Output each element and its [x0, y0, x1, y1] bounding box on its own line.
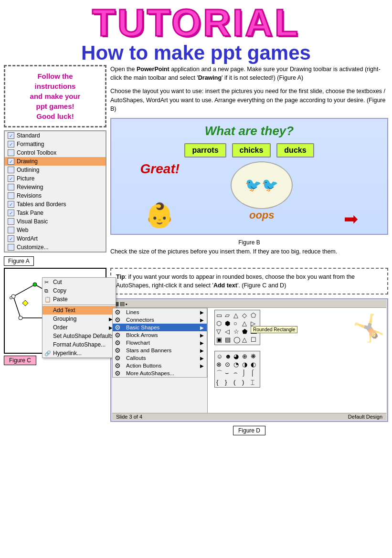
- toolbar-item-tablesandborders[interactable]: Tables and Borders: [5, 200, 106, 209]
- ctx-label: Format AutoShape...: [53, 341, 106, 348]
- ctx-label: Paste: [53, 296, 68, 303]
- submenu-icon: ⚙: [115, 324, 121, 331]
- submenu-label: Lines: [126, 309, 139, 315]
- toolbar-item-label: Revisions: [17, 192, 42, 199]
- submenu-icon: ⚙: [115, 339, 121, 347]
- toolbar-item-label: Task Pane: [17, 210, 43, 216]
- status-slide: Slide 3 of 4: [116, 414, 142, 420]
- ctx-item-copy[interactable]: ⧉Copy: [42, 286, 116, 295]
- submenu-item-callouts[interactable]: ⚙Callouts▶: [113, 354, 207, 362]
- ctx-icon: ⧉: [44, 288, 48, 294]
- ctx-label: Hyperlink...: [53, 350, 82, 357]
- ctx-label: Set AutoShape Defaults: [53, 333, 114, 339]
- header: TUTORIAL How to make ppt games: [0, 0, 392, 65]
- toolbar-menu: StandardFormattingControl ToolboxDrawing…: [4, 130, 106, 253]
- toolbar-item-controltoolbox[interactable]: Control Toolbox: [5, 148, 106, 157]
- toolbar-item-label: Outlining: [17, 167, 39, 173]
- cartoon-figure: 🤸: [352, 313, 385, 344]
- submenu-item-flowchart[interactable]: ⚙Flowchart▶: [113, 339, 207, 347]
- submenu-label: Connectors: [126, 317, 154, 323]
- ctx-item-grouping[interactable]: Grouping▶: [42, 315, 116, 323]
- figure-b-label: Figure B: [110, 238, 388, 247]
- shapes-grid-2: ☺☻◕⊕❋ ⊗⊙◔◑◐ ⌒⌣⌢⌡⌠ {}()⌶: [214, 351, 260, 388]
- submenu-item-lines[interactable]: ⚙Lines▶: [113, 308, 207, 316]
- ctx-label: Order: [53, 324, 68, 331]
- figure-d-status: Slide 3 of 4 Default Design: [112, 413, 386, 420]
- submenu-label: Flowchart: [126, 340, 150, 346]
- first-row: Follow the instructions and make your pp…: [0, 65, 392, 266]
- figure-d-inner: ▦ ▤ ▪ ⚙Lines▶⚙Connectors▶⚙Basic Shapes▶⚙…: [112, 300, 386, 420]
- quiz-btn-ducks[interactable]: ducks: [276, 143, 314, 158]
- autoshape-demo: ✂Cut⧉Copy📋PasteAdd TextGrouping▶Order▶Se…: [4, 268, 106, 354]
- quiz-content: Great! 👶 🐦🐦 oops ➡: [117, 161, 381, 229]
- submenu-icon: ⚙: [115, 308, 121, 316]
- submenu-label: Basic Shapes: [126, 325, 159, 330]
- figure-d-right: ▭▱△◇⬠ ⬡⬢○△▷ ▽◁☆⬟▬ ▣▤◯△☐ Rounded Rectangl…: [208, 308, 386, 413]
- toolbar-item-label: Standard: [17, 132, 40, 139]
- svg-point-1: [33, 283, 37, 286]
- submenu-arrow-icon: ▶: [200, 340, 204, 346]
- toolbar-item-label: Tables and Borders: [17, 201, 66, 208]
- ctx-label: Grouping: [53, 316, 76, 322]
- text-block-2: Choose the layout you want to use: inser…: [110, 87, 388, 113]
- submenu-item-connectors[interactable]: ⚙Connectors▶: [113, 316, 207, 324]
- submenu-icon: ⚙: [115, 331, 121, 339]
- text-block-1: Open the PowerPoint application and a ne…: [110, 65, 388, 82]
- left-panel-2: ✂Cut⧉Copy📋PasteAdd TextGrouping▶Order▶Se…: [4, 268, 106, 435]
- status-design: Default Design: [348, 414, 382, 420]
- toolbar-item-picture[interactable]: Picture: [5, 174, 106, 183]
- toolbar-item-revisions[interactable]: Revisions: [5, 191, 106, 200]
- toolbar-item-web[interactable]: Web: [5, 226, 106, 234]
- toolbar-item-wordart[interactable]: WordArt: [5, 234, 106, 243]
- toolbar-item-taskpane[interactable]: Task Pane: [5, 209, 106, 217]
- submenu-item-starsandbanners[interactable]: ⚙Stars and Banners▶: [113, 347, 207, 354]
- right-panel: Open the PowerPoint application and a ne…: [106, 65, 388, 266]
- submenu-arrow-icon: ▶: [200, 356, 204, 361]
- submenu-label: More AutoShapes...: [126, 370, 174, 376]
- ctx-item-order[interactable]: Order▶: [42, 323, 116, 332]
- ctx-item-hyperlink[interactable]: 🔗Hyperlink...: [42, 349, 116, 358]
- ctx-item-formatautoshape[interactable]: Format AutoShape...: [42, 340, 116, 349]
- ctx-item-cut[interactable]: ✂Cut: [42, 278, 116, 286]
- figure-c-label: Figure C: [4, 356, 36, 365]
- ctx-icon: ✂: [44, 279, 49, 285]
- left-panel: Follow the instructions and make your pp…: [4, 65, 106, 266]
- ctx-item-setautoshapedefaults[interactable]: Set AutoShape Defaults: [42, 332, 116, 340]
- submenu-arrow-icon: ▶: [200, 317, 204, 323]
- submenu-icon: ⚙: [115, 362, 121, 369]
- toolbar-item-formatting[interactable]: Formatting: [5, 140, 106, 148]
- quiz-title: What are they?: [205, 124, 294, 138]
- great-text: Great!: [140, 161, 180, 177]
- submenu-item-moreautoshapes[interactable]: ⚙More AutoShapes...: [113, 369, 207, 377]
- toolbar-item-outlining[interactable]: Outlining: [5, 166, 106, 174]
- submenu-item-basicshapes[interactable]: ⚙Basic Shapes▶: [113, 324, 207, 331]
- ctx-item-addtext[interactable]: Add Text: [42, 306, 116, 315]
- submenu-icon: ⚙: [115, 316, 121, 324]
- ctx-label: Copy: [53, 287, 66, 294]
- submenu-item-actionbuttons[interactable]: ⚙Action Buttons▶: [113, 362, 207, 369]
- submenu-item-blockarrows[interactable]: ⚙Block Arrows▶: [113, 331, 207, 339]
- context-menu: ✂Cut⧉Copy📋PasteAdd TextGrouping▶Order▶Se…: [42, 277, 116, 358]
- submenu-arrow-icon: ▶: [200, 348, 204, 353]
- toolbar-item-label: WordArt: [17, 235, 38, 242]
- figure-d-outer: ▦ ▤ ▪ ⚙Lines▶⚙Connectors▶⚙Basic Shapes▶⚙…: [110, 298, 388, 422]
- toolbar-item-label: Reviewing: [17, 184, 43, 190]
- submenu-icon: ⚙: [115, 354, 121, 362]
- rounded-rect-label: Rounded Rectangle: [251, 326, 297, 333]
- toolbar-item-label: Formatting: [17, 141, 44, 147]
- toolbar-item-label: Visual Basic: [17, 218, 48, 225]
- toolbar-item-reviewing[interactable]: Reviewing: [5, 183, 106, 191]
- submenu: ⚙Lines▶⚙Connectors▶⚙Basic Shapes▶⚙Block …: [112, 308, 207, 378]
- quiz-btn-chicks[interactable]: chicks: [232, 143, 271, 158]
- toolbar-item-drawing[interactable]: Drawing: [5, 157, 106, 166]
- toolbar-item-label: Web: [17, 227, 28, 233]
- toolbar-item-visualbasic[interactable]: Visual Basic: [5, 217, 106, 226]
- toolbar-item-customize[interactable]: Customize...: [5, 243, 106, 252]
- quiz-buttons: parrots chicks ducks: [184, 143, 314, 158]
- figure-b-area: What are they? parrots chicks ducks Grea…: [110, 118, 388, 235]
- quiz-btn-parrots[interactable]: parrots: [184, 143, 226, 158]
- submenu-label: Action Buttons: [126, 363, 161, 368]
- toolbar-item-standard[interactable]: Standard: [5, 131, 106, 140]
- ctx-item-paste[interactable]: 📋Paste: [42, 295, 116, 304]
- submenu-icon: ⚙: [115, 369, 121, 377]
